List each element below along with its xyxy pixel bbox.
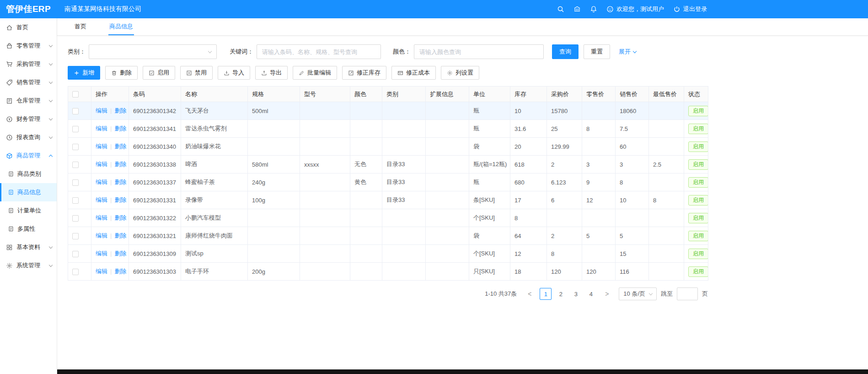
status-badge[interactable]: 启用 [688, 106, 708, 116]
sidebar-subitem-product-info[interactable]: 商品信息 [0, 183, 57, 201]
sidebar-item-product[interactable]: 商品管理 [0, 146, 57, 165]
delete-button[interactable]: 删除 [105, 66, 138, 80]
page-button-1[interactable]: 1 [540, 288, 552, 300]
delete-link[interactable]: 删除 [114, 232, 126, 239]
edit-link[interactable]: 编辑 [96, 179, 107, 185]
sidebar-item-finance[interactable]: 财务管理 [0, 110, 57, 128]
delete-link[interactable]: 删除 [114, 107, 126, 114]
edit-link[interactable]: 编辑 [96, 268, 107, 275]
color-input[interactable] [414, 44, 544, 59]
cell-spec: 200g [248, 263, 300, 281]
row-checkbox[interactable] [72, 233, 79, 239]
edit-link[interactable]: 编辑 [96, 250, 107, 257]
import-button[interactable]: 导入 [218, 66, 250, 80]
sidebar-item-system[interactable]: 系统管理 [0, 256, 57, 275]
edit-link[interactable]: 编辑 [96, 232, 107, 239]
status-badge[interactable]: 启用 [688, 159, 708, 170]
page-button-4[interactable]: 4 [585, 288, 597, 300]
logout-button[interactable]: 退出登录 [673, 5, 707, 13]
delete-link[interactable]: 删除 [114, 125, 126, 132]
status-badge[interactable]: 启用 [688, 195, 708, 206]
bell-icon[interactable] [590, 5, 597, 13]
sidebar-subitem-multi-attribute[interactable]: 多属性 [0, 220, 57, 238]
keyword-input[interactable] [257, 44, 381, 59]
sidebar-item-purchase[interactable]: 采购管理 [0, 55, 57, 73]
column-settings-button[interactable]: 列设置 [441, 66, 479, 80]
edit-link[interactable]: 编辑 [96, 161, 107, 168]
sidebar-item-retail[interactable]: 零售管理 [0, 37, 57, 55]
status-badge[interactable]: 启用 [688, 124, 708, 134]
edit-link[interactable]: 编辑 [96, 143, 107, 150]
delete-link[interactable]: 删除 [114, 143, 126, 150]
jump-page-input[interactable] [677, 287, 698, 300]
row-checkbox[interactable] [72, 179, 79, 186]
row-checkbox[interactable] [72, 144, 79, 150]
category-label: 类别： [68, 48, 86, 56]
cell-min [649, 227, 684, 245]
next-page-button[interactable]: > [601, 288, 613, 300]
row-checkbox[interactable] [72, 108, 79, 114]
status-badge[interactable]: 启用 [688, 266, 708, 277]
search-icon[interactable] [557, 5, 564, 13]
page-size-select[interactable]: 10 条/页 [619, 287, 657, 300]
page-button-3[interactable]: 3 [570, 288, 582, 300]
bank-icon[interactable] [573, 5, 581, 13]
edit-link[interactable]: 编辑 [96, 196, 107, 203]
cell-color [350, 138, 382, 156]
sidebar-subitem-measure-unit[interactable]: 计量单位 [0, 201, 57, 220]
disable-button[interactable]: 禁用 [180, 66, 213, 80]
status-badge[interactable]: 启用 [688, 141, 708, 152]
delete-link[interactable]: 删除 [114, 268, 126, 275]
row-checkbox[interactable] [72, 269, 79, 275]
enable-button[interactable]: 启用 [143, 66, 175, 80]
delete-link[interactable]: 删除 [114, 161, 126, 168]
toolbar-button-label: 导入 [232, 69, 244, 77]
delete-link[interactable]: 删除 [114, 196, 126, 203]
status-badge[interactable]: 启用 [688, 177, 708, 188]
row-checkbox[interactable] [72, 162, 79, 168]
cell-ext [426, 120, 469, 138]
row-checkbox[interactable] [72, 197, 79, 204]
sales-icon [6, 79, 13, 86]
edit-link[interactable]: 编辑 [96, 107, 107, 114]
add-button[interactable]: 新增 [68, 66, 100, 80]
export-button[interactable]: 导出 [255, 66, 288, 80]
row-checkbox[interactable] [72, 126, 79, 132]
delete-link[interactable]: 删除 [114, 214, 126, 221]
sidebar-item-home[interactable]: 首页 [0, 18, 57, 37]
cell-purchase: 2 [547, 227, 582, 245]
logout-text: 退出登录 [683, 5, 707, 13]
reset-button[interactable]: 重置 [584, 44, 610, 59]
fix-cost-button[interactable]: 修正成本 [391, 66, 436, 80]
welcome-user[interactable]: 欢迎您，测试用户 [606, 5, 664, 13]
delete-link[interactable]: 删除 [114, 179, 126, 185]
cell-category [382, 120, 426, 138]
batch-edit-button[interactable]: 批量编辑 [293, 66, 337, 80]
select-all-checkbox[interactable] [72, 91, 79, 98]
sidebar-item-basic-data[interactable]: 基本资料 [0, 238, 57, 256]
delete-link[interactable]: 删除 [114, 250, 126, 257]
status-badge[interactable]: 启用 [688, 231, 708, 241]
edit-link[interactable]: 编辑 [96, 214, 107, 221]
cell-retail [582, 102, 616, 120]
category-select[interactable] [89, 44, 217, 59]
sidebar-subitem-product-category[interactable]: 商品类别 [0, 165, 57, 183]
row-checkbox[interactable] [72, 215, 79, 222]
search-button[interactable]: 查询 [552, 44, 579, 59]
row-checkbox[interactable] [72, 251, 79, 257]
tab-product-info[interactable]: 商品信息 [108, 18, 134, 35]
edit-link[interactable]: 编辑 [96, 125, 107, 132]
sidebar: 首页零售管理采购管理销售管理仓库管理财务管理报表查询商品管理商品类别商品信息计量… [0, 18, 57, 374]
fix-stock-button[interactable]: 修正库存 [342, 66, 386, 80]
prev-page-button[interactable]: < [524, 288, 536, 300]
sidebar-item-sales[interactable]: 销售管理 [0, 73, 57, 92]
sidebar-item-label: 基本资料 [16, 243, 40, 251]
status-badge[interactable]: 启用 [688, 249, 708, 259]
sidebar-item-reports[interactable]: 报表查询 [0, 128, 57, 146]
page-button-2[interactable]: 2 [555, 288, 567, 300]
tab-home[interactable]: 首页 [74, 18, 87, 35]
status-badge[interactable]: 启用 [688, 213, 708, 223]
column-header: 零售价 [582, 87, 616, 102]
sidebar-item-warehouse[interactable]: 仓库管理 [0, 92, 57, 110]
expand-link[interactable]: 展开 [619, 48, 636, 56]
